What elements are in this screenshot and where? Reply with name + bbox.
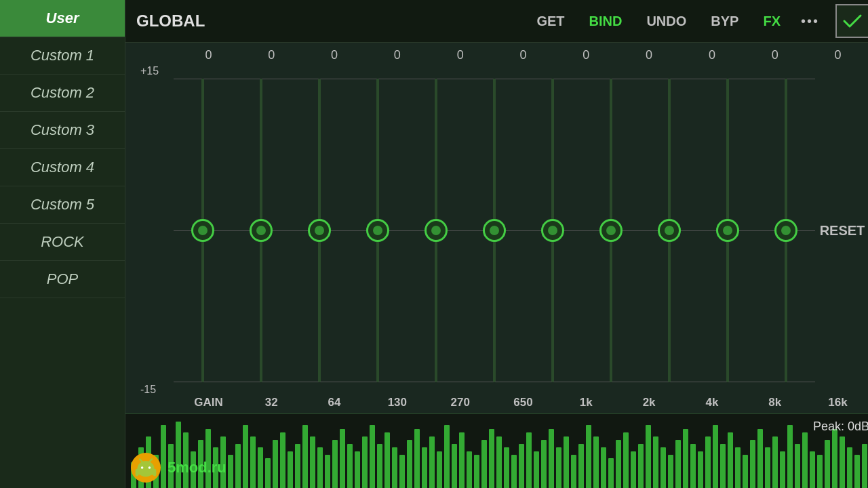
sidebar-item-custom-5[interactable]: Custom 5 [0,186,125,224]
slider-knob-130[interactable] [366,219,389,242]
sidebar-item-custom-2[interactable]: Custom 2 [0,75,125,112]
spectrum-bar [608,458,614,488]
spectrum-bar [392,447,397,488]
spectrum-bar [683,429,688,488]
eq-sliders-container: +15 -15 RESET [136,65,868,396]
slider-knob-GAIN[interactable] [191,219,214,242]
spectrum-bar [623,432,629,488]
reset-button[interactable]: RESET [815,223,868,239]
sidebar-item-user[interactable]: User [0,0,125,37]
spectrum-bar [243,425,248,488]
svg-line-5 [149,459,152,462]
spectrum-bar [802,432,808,488]
spectrum-bar [280,432,285,488]
slider-knob-4k[interactable] [658,219,681,242]
check-button[interactable] [835,4,868,38]
spectrum-bar [414,429,420,488]
spectrum-bar [377,444,382,488]
spectrum-bar [780,451,785,489]
spectrum-bar [825,440,830,488]
slider-knob-2k[interactable] [599,219,623,242]
eq-area: 00000000000 +15 -15 RESET GAIN3264130270… [125,43,868,413]
spectrum-bar [586,425,591,488]
sliders-area: RESET [174,65,868,396]
more-dots[interactable]: ••• [801,14,819,29]
spectrum-bar [578,444,584,488]
slider-col-4k [640,79,698,382]
fx-button[interactable]: FX [759,11,785,32]
slider-knob-650[interactable] [483,219,506,242]
sidebar-item-custom-1[interactable]: Custom 1 [0,37,125,75]
spectrum-bar [817,455,823,488]
brand: 5mod.ru [131,453,226,483]
spectrum-bar [235,444,241,488]
spectrum-bars [125,414,868,488]
sidebar-item-custom-4[interactable]: Custom 4 [0,149,125,186]
spectrum-bar [467,451,472,489]
spectrum-bar [452,444,457,488]
eq-value-130: 0 [366,48,429,62]
get-button[interactable]: GET [532,11,568,32]
sidebar-item-rock[interactable]: ROCK [0,224,125,261]
byp-button[interactable]: BYP [707,11,743,32]
slider-knob-16k[interactable] [774,219,797,242]
spectrum-bar [511,455,517,488]
eq-freq-label-32: 32 [240,396,303,409]
spectrum-bar [355,451,360,489]
bind-button[interactable]: BIND [585,11,627,32]
spectrum-bar [750,440,755,488]
spectrum-bar [332,440,338,488]
spectrum-bar [325,455,330,488]
slider-knob-270[interactable] [425,219,448,242]
slider-knob-1k[interactable] [541,219,564,242]
spectrum-bar [429,436,435,488]
spectrum-bar [534,451,539,489]
eq-freq-label-GAIN: GAIN [177,396,240,409]
slider-knob-64[interactable] [308,219,331,242]
eq-y-labels: +15 -15 [136,65,174,396]
spectrum-bar [250,436,256,488]
spectrum-bar [228,455,233,488]
spectrum-bar [295,444,300,488]
slider-col-1k [524,79,582,382]
slider-col-16k [757,79,815,382]
eq-value-2k: 0 [618,48,681,62]
slider-col-8k [698,79,757,382]
spectrum-bar [310,436,315,488]
eq-freq-row: GAIN32641302706501k2k4k8k16k [136,396,868,413]
spectrum-bar [743,455,748,488]
slider-knob-8k[interactable] [716,219,739,242]
eq-freq-label-130: 130 [366,396,429,409]
slider-knob-32[interactable] [250,219,273,242]
spectrum-bar [601,447,606,488]
spectrum-bar [690,444,696,488]
slider-col-270 [407,79,465,382]
eq-freq-label-8k: 8k [743,396,806,409]
spectrum-bar [504,447,509,488]
spectrum-bar [631,451,636,489]
svg-rect-7 [153,469,157,476]
eq-value-1k: 0 [555,48,618,62]
peak-label: Peak: 0dB [813,420,868,434]
undo-button[interactable]: UNDO [642,11,690,32]
brand-text: 5mod.ru [167,459,226,476]
spectrum-bar [854,455,860,488]
svg-rect-6 [136,469,139,476]
sidebar-item-pop[interactable]: POP [0,261,125,298]
spectrum-bar [273,440,278,488]
eq-freq-label-16k: 16k [806,396,868,409]
android-icon [134,455,158,480]
spectrum-bar [757,429,763,488]
eq-value-650: 0 [492,48,555,62]
spectrum-bar [832,429,837,488]
spectrum-bar [772,436,778,488]
spectrum-bar [474,455,479,488]
spectrum-bar [384,432,390,488]
spectrum-bar [526,432,532,488]
spectrum-bar [265,458,271,488]
sidebar-item-custom-3[interactable]: Custom 3 [0,112,125,149]
spectrum-bar [705,436,711,488]
spectrum-bar [795,444,800,488]
y-label-top: +15 [140,65,170,77]
spectrum-analyzer: Peak: 0dB 5mod.ru [125,413,868,488]
